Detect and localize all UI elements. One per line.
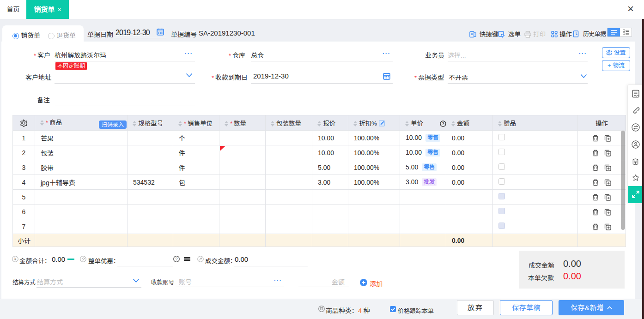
svg-text:¥: ¥ [14, 257, 17, 261]
svg-text:?: ? [442, 121, 444, 126]
svg-text:?: ? [176, 257, 178, 261]
